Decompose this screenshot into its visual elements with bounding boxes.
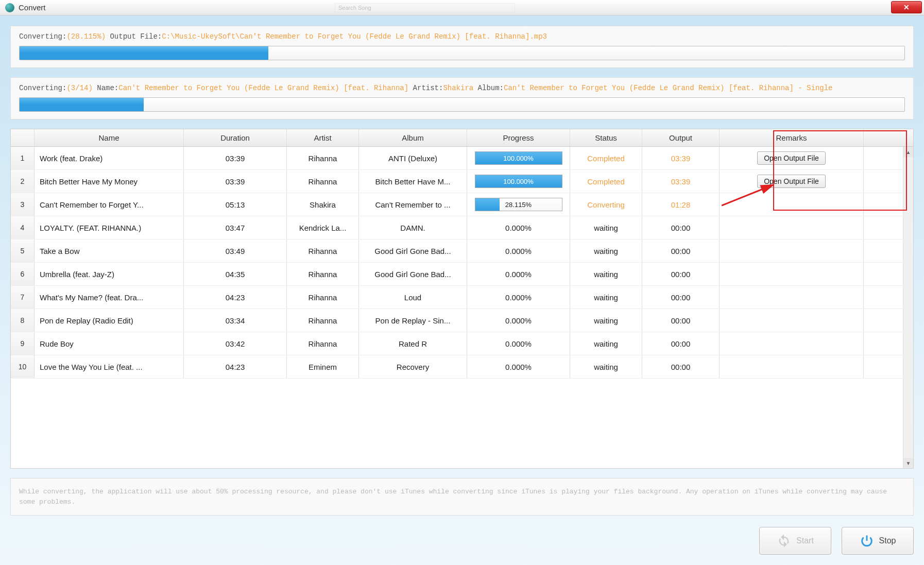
row-artist: Eminem	[287, 355, 359, 378]
th-output[interactable]: Output	[642, 129, 720, 146]
row-duration: 03:47	[184, 216, 287, 239]
scroll-up-icon[interactable]: ▲	[903, 147, 913, 157]
album: Can't Remember to Forget You (Fedde Le G…	[504, 84, 833, 92]
open-output-file-button[interactable]: Open Output File	[757, 175, 826, 188]
table-row[interactable]: 1Work (feat. Drake)03:39RihannaANTI (Del…	[11, 147, 913, 170]
row-duration: 03:39	[184, 147, 287, 169]
th-duration[interactable]: Duration	[184, 129, 287, 146]
row-progress: 0.000%	[467, 263, 570, 285]
table-row[interactable]: 4LOYALTY. (FEAT. RIHANNA.)03:47Kendrick …	[11, 216, 913, 239]
row-artist: Rihanna	[287, 309, 359, 332]
table-row[interactable]: 8Pon de Replay (Radio Edit)03:34RihannaP…	[11, 309, 913, 332]
start-label: Start	[796, 536, 814, 545]
row-index: 4	[11, 216, 35, 239]
row-output: 00:00	[642, 332, 720, 355]
row-progress: 0.000%	[467, 286, 570, 309]
row-progress-text: 0.000%	[505, 316, 532, 325]
row-progress-text: 0.000%	[505, 339, 532, 348]
row-remarks: Open Output File	[720, 147, 864, 169]
close-icon: ✕	[903, 3, 910, 11]
row-progress-text: 0.000%	[505, 247, 532, 255]
row-remarks	[720, 239, 864, 262]
th-album[interactable]: Album	[359, 129, 467, 146]
row-status: waiting	[570, 263, 642, 285]
row-progressbar: 100.000%	[475, 175, 562, 188]
stop-button[interactable]: Stop	[842, 527, 914, 555]
scrollbar[interactable]: ▲ ▼	[903, 147, 913, 468]
scroll-down-icon[interactable]: ▼	[903, 458, 913, 468]
row-output: 00:00	[642, 239, 720, 262]
row-artist: Rihanna	[287, 286, 359, 309]
label-converting: Converting:	[19, 32, 66, 41]
row-output: 00:00	[642, 355, 720, 378]
row-duration: 05:13	[184, 193, 287, 216]
table-row[interactable]: 7What's My Name? (feat. Dra...04:23Rihan…	[11, 286, 913, 309]
row-status: waiting	[570, 309, 642, 332]
close-button[interactable]: ✕	[891, 1, 922, 13]
table-row[interactable]: 9Rude Boy03:42RihannaRated R0.000%waitin…	[11, 332, 913, 355]
table-row[interactable]: 3Can't Remember to Forget Y...05:13Shaki…	[11, 193, 913, 216]
row-name: Rude Boy	[35, 332, 184, 355]
open-output-file-button[interactable]: Open Output File	[757, 151, 826, 165]
row-index: 2	[11, 170, 35, 193]
table-row[interactable]: 5Take a Bow03:49RihannaGood Girl Gone Ba…	[11, 239, 913, 263]
row-remarks	[720, 263, 864, 285]
row-progress: 0.000%	[467, 216, 570, 239]
row-name: Work (feat. Drake)	[35, 147, 184, 169]
row-artist: Rihanna	[287, 239, 359, 262]
current-item-line: Converting:(3/14) Name:Can't Remember to…	[19, 84, 905, 92]
row-duration: 04:23	[184, 286, 287, 309]
th-artist[interactable]: Artist	[287, 129, 359, 146]
label-name: Name:	[93, 84, 118, 92]
conversion-table: Name Duration Artist Album Progress Stat…	[10, 129, 914, 469]
row-album: Rated R	[359, 332, 467, 355]
row-remarks	[720, 216, 864, 239]
th-progress[interactable]: Progress	[467, 129, 570, 146]
row-remarks	[720, 355, 864, 378]
start-button[interactable]: Start	[759, 527, 831, 555]
row-album: Pon de Replay - Sin...	[359, 309, 467, 332]
window-title: Convert	[19, 3, 46, 12]
row-album: Recovery	[359, 355, 467, 378]
row-output: 03:39	[642, 147, 720, 169]
row-album: Loud	[359, 286, 467, 309]
row-progress: 100.000%	[467, 147, 570, 169]
table-row[interactable]: 2Bitch Better Have My Money03:39RihannaB…	[11, 170, 913, 193]
row-artist: Rihanna	[287, 332, 359, 355]
row-index: 8	[11, 309, 35, 332]
row-progress-text: 100.000%	[503, 178, 534, 185]
row-album: Can't Remember to ...	[359, 193, 467, 216]
row-duration: 04:23	[184, 355, 287, 378]
table-row[interactable]: 10Love the Way You Lie (feat. ...04:23Em…	[11, 355, 913, 379]
row-index: 7	[11, 286, 35, 309]
search-input[interactable]	[335, 3, 515, 12]
row-progress-text: 0.000%	[505, 363, 532, 371]
refresh-icon	[777, 534, 791, 548]
row-output: 00:00	[642, 286, 720, 309]
row-name: What's My Name? (feat. Dra...	[35, 286, 184, 309]
row-status: waiting	[570, 355, 642, 378]
output-path: C:\Music-UkeySoft\Can't Remember to Forg…	[162, 32, 547, 41]
row-duration: 03:49	[184, 239, 287, 262]
row-status: Converting	[570, 193, 642, 216]
row-name: Umbrella (feat. Jay-Z)	[35, 263, 184, 285]
th-name[interactable]: Name	[35, 129, 184, 146]
current-progressbar	[19, 97, 905, 112]
table-body[interactable]: 1Work (feat. Drake)03:39RihannaANTI (Del…	[11, 147, 913, 468]
th-status[interactable]: Status	[570, 129, 642, 146]
th-index[interactable]	[11, 129, 35, 146]
stop-label: Stop	[879, 536, 896, 545]
row-name: Pon de Replay (Radio Edit)	[35, 309, 184, 332]
row-remarks	[720, 309, 864, 332]
count: (3/14)	[66, 84, 92, 92]
overall-progressbar	[19, 46, 905, 60]
row-output: 01:28	[642, 193, 720, 216]
th-remarks[interactable]: Remarks	[720, 129, 864, 146]
row-album: ANTI (Deluxe)	[359, 147, 467, 169]
row-output: 00:00	[642, 263, 720, 285]
row-name: LOYALTY. (FEAT. RIHANNA.)	[35, 216, 184, 239]
table-row[interactable]: 6Umbrella (feat. Jay-Z)04:35RihannaGood …	[11, 263, 913, 286]
row-progress-text: 0.000%	[505, 224, 532, 232]
row-remarks	[720, 193, 864, 216]
row-progress: 0.000%	[467, 355, 570, 378]
